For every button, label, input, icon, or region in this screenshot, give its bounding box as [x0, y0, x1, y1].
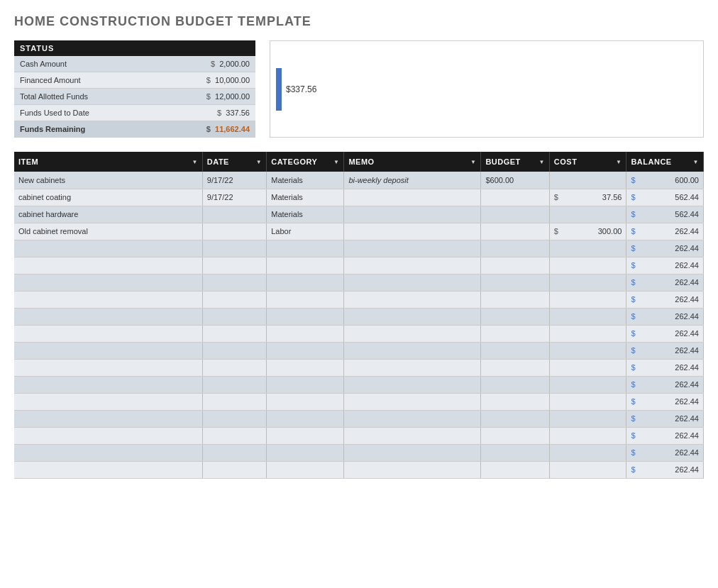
cell-cost [549, 206, 626, 223]
cell-memo [344, 444, 481, 461]
table-row: $262.44 [14, 444, 704, 461]
cell-date: 9/17/22 [202, 172, 266, 189]
chart-bar [276, 68, 282, 111]
cell-date [202, 359, 266, 376]
cell-memo [344, 410, 481, 427]
status-label: Funds Remaining [14, 121, 184, 138]
cell-memo [344, 427, 481, 444]
cell-balance: $262.44 [626, 308, 704, 325]
status-row: Cash Amount$ 2,000.00 [14, 56, 255, 72]
cell-category [267, 325, 344, 342]
table-row: New cabinets9/17/22Materialsbi-weekly de… [14, 172, 704, 189]
cell-memo [344, 308, 481, 325]
cell-date [202, 223, 266, 240]
cell-category [267, 274, 344, 291]
table-row: $262.44 [14, 376, 704, 393]
th-budget: BUDGET▼ [481, 152, 549, 172]
table-row: $262.44 [14, 325, 704, 342]
table-row: $262.44 [14, 291, 704, 308]
cell-cost [549, 376, 626, 393]
th-item: ITEM▼ [14, 152, 202, 172]
cell-budget [481, 240, 549, 257]
cell-balance: $262.44 [626, 444, 704, 461]
cell-budget [481, 291, 549, 308]
cell-memo [344, 240, 481, 257]
cell-memo [344, 393, 481, 410]
cell-balance: $262.44 [626, 461, 704, 478]
cell-memo [344, 189, 481, 206]
status-row: Funds Used to Date$ 337.56 [14, 105, 255, 121]
status-label: Financed Amount [14, 72, 184, 89]
cell-memo [344, 376, 481, 393]
cell-date [202, 274, 266, 291]
cell-item [14, 325, 202, 342]
cell-date [202, 444, 266, 461]
cell-balance: $262.44 [626, 274, 704, 291]
cell-balance: $262.44 [626, 257, 704, 274]
cell-balance: $262.44 [626, 342, 704, 359]
cell-balance: $262.44 [626, 393, 704, 410]
cell-date [202, 308, 266, 325]
cell-item [14, 427, 202, 444]
cell-category [267, 257, 344, 274]
cell-item [14, 308, 202, 325]
table-row: $262.44 [14, 240, 704, 257]
cell-memo [344, 325, 481, 342]
th-date: DATE▼ [202, 152, 266, 172]
cell-budget [481, 444, 549, 461]
cell-category [267, 427, 344, 444]
status-label: Total Allotted Funds [14, 89, 184, 105]
cell-balance: $262.44 [626, 223, 704, 240]
chart-area: $337.56 [270, 40, 704, 138]
table-row: $262.44 [14, 359, 704, 376]
cell-date [202, 410, 266, 427]
status-table-wrapper: STATUS Cash Amount$ 2,000.00Financed Amo… [14, 40, 255, 138]
cell-memo [344, 291, 481, 308]
page-title: HOME CONSTRUCTION BUDGET TEMPLATE [14, 14, 704, 29]
status-value: $ 11,662.44 [184, 121, 255, 138]
cell-category [267, 393, 344, 410]
cell-category [267, 410, 344, 427]
cell-date [202, 461, 266, 478]
main-table: ITEM▼DATE▼CATEGORY▼MEMO▼BUDGET▼COST▼BALA… [14, 152, 704, 479]
cell-item [14, 359, 202, 376]
cell-budget [481, 359, 549, 376]
cell-item [14, 393, 202, 410]
status-value: $ 10,000.00 [184, 72, 255, 89]
cell-cost: $37.56 [549, 189, 626, 206]
status-value: $ 12,000.00 [184, 89, 255, 105]
cell-cost [549, 342, 626, 359]
cell-cost [549, 359, 626, 376]
cell-category [267, 240, 344, 257]
cell-budget [481, 274, 549, 291]
top-section: STATUS Cash Amount$ 2,000.00Financed Amo… [14, 40, 704, 138]
cell-item [14, 444, 202, 461]
cell-cost [549, 427, 626, 444]
th-cost: COST▼ [549, 152, 626, 172]
cell-balance: $262.44 [626, 359, 704, 376]
cell-date [202, 257, 266, 274]
cell-category: Labor [267, 223, 344, 240]
cell-cost [549, 257, 626, 274]
cell-balance: $262.44 [626, 325, 704, 342]
cell-balance: $562.44 [626, 189, 704, 206]
th-memo: MEMO▼ [344, 152, 481, 172]
cell-budget [481, 257, 549, 274]
table-row: $262.44 [14, 461, 704, 478]
cell-date [202, 376, 266, 393]
cell-balance: $562.44 [626, 206, 704, 223]
cell-memo [344, 359, 481, 376]
cell-category: Materials [267, 172, 344, 189]
cell-cost [549, 172, 626, 189]
cell-category [267, 376, 344, 393]
cell-category [267, 291, 344, 308]
table-row: cabinet hardwareMaterials$562.44 [14, 206, 704, 223]
cell-memo [344, 461, 481, 478]
cell-category: Materials [267, 206, 344, 223]
cell-budget [481, 410, 549, 427]
status-row: Funds Remaining$ 11,662.44 [14, 121, 255, 138]
cell-cost [549, 308, 626, 325]
table-row: Old cabinet removalLabor$300.00$262.44 [14, 223, 704, 240]
cell-cost [549, 274, 626, 291]
cell-date [202, 325, 266, 342]
